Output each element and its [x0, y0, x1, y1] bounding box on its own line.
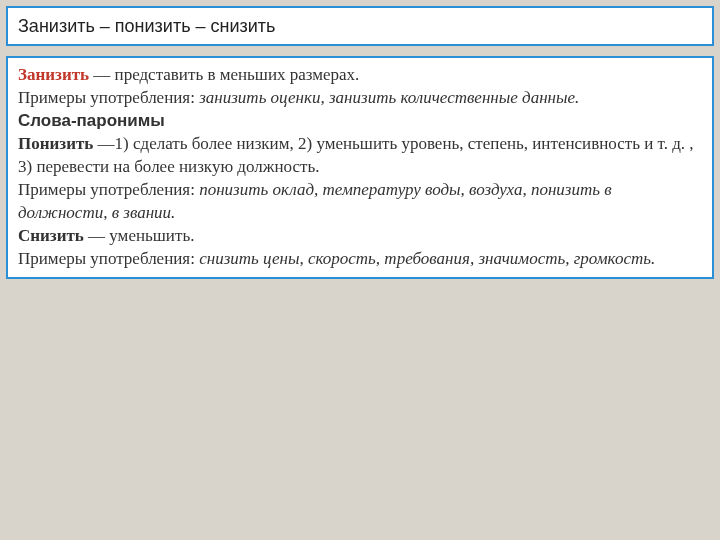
examples-label: Примеры употребления: — [18, 180, 199, 199]
entry-ponizit: Понизить —1) сделать более низким, 2) ум… — [18, 133, 702, 179]
def-ponizit: —1) сделать более низким, 2) уменьшить у… — [18, 134, 694, 176]
page-title: Занизить – понизить – снизить — [18, 16, 275, 36]
def-zanizit: — представить в меньших размерах. — [89, 65, 359, 84]
entry-zanizit: Занизить — представить в меньших размера… — [18, 64, 702, 87]
examples-ponizit: Примеры употребления: понизить оклад, те… — [18, 179, 702, 225]
examples-text: занизить оценки, занизить количественные… — [199, 88, 579, 107]
def-snizit: — уменьшить. — [84, 226, 195, 245]
entry-snizit: Снизить — уменьшить. — [18, 225, 702, 248]
examples-snizit: Примеры употребления: снизить цены, скор… — [18, 248, 702, 271]
term-zanizit: Занизить — [18, 65, 89, 84]
examples-label: Примеры употребления: — [18, 249, 199, 268]
definition-card: Занизить — представить в меньших размера… — [6, 56, 714, 278]
term-snizit: Снизить — [18, 226, 84, 245]
paronyms-heading: Слова-паронимы — [18, 110, 702, 133]
examples-label: Примеры употребления: — [18, 88, 199, 107]
examples-zanizit: Примеры употребления: занизить оценки, з… — [18, 87, 702, 110]
title-card: Занизить – понизить – снизить — [6, 6, 714, 46]
examples-text: снизить цены, скорость, требования, знач… — [199, 249, 655, 268]
term-ponizit: Понизить — [18, 134, 93, 153]
